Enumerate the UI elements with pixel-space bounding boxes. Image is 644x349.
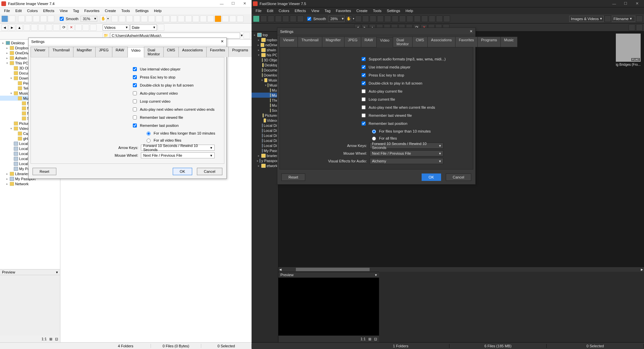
go-tbtn[interactable] (244, 32, 250, 39)
tree-row[interactable]: ▾his PC (252, 52, 278, 57)
t17[interactable] (237, 15, 244, 22)
tab-viewer[interactable]: Viewer (31, 47, 49, 57)
menu-tag[interactable]: Tag (322, 8, 333, 13)
tab-associations[interactable]: Associations (178, 47, 207, 57)
tab-cms[interactable]: CMS (163, 47, 179, 57)
u1[interactable] (355, 15, 362, 22)
copy-tbtn[interactable] (18, 15, 25, 22)
tree-row[interactable]: ▾Music (252, 83, 278, 88)
smooth-checkbox[interactable]: Smooth (58, 16, 78, 22)
arrow-select[interactable]: Forward 10 Seconds / Rewind 10 Seconds▾ (141, 145, 215, 151)
twisty-icon[interactable]: ▸ (5, 172, 9, 176)
tree-row[interactable]: ▸y Passport (H:) (252, 158, 278, 163)
twisty-icon[interactable]: ▸ (257, 154, 260, 157)
tree-row[interactable]: Local Disk (E:) (252, 133, 278, 138)
wheel-select[interactable]: Next File / Previous File▾ (141, 152, 215, 158)
opt-r-longer[interactable]: For files longer than 10 minutes (370, 129, 466, 134)
tree-row[interactable]: Videos (252, 118, 278, 123)
menu-effects[interactable]: Effects (292, 8, 309, 13)
u9[interactable] (414, 15, 421, 22)
t10[interactable] (178, 15, 184, 22)
u13[interactable] (443, 15, 450, 22)
opt-dbl[interactable]: Double-click to play in full screen (131, 82, 217, 88)
opt-internal[interactable]: Use internal video player (131, 66, 217, 72)
twisty-icon[interactable]: ▸ (5, 177, 9, 181)
tree-row[interactable]: ▾Music (252, 78, 278, 83)
preview-opt2-icon[interactable]: ⊡ (374, 337, 377, 341)
u3[interactable] (370, 15, 376, 22)
scroll-right-icon[interactable]: ► (640, 267, 644, 271)
maximize-button[interactable]: ☐ (227, 0, 239, 7)
tab-dual-monitor[interactable]: Dual Monitor (144, 47, 164, 57)
preview-opt2-icon[interactable]: ⊡ (55, 337, 58, 341)
u8[interactable] (407, 15, 413, 22)
tab-programs[interactable]: Programs (228, 47, 252, 57)
ok-button[interactable]: OK (422, 173, 441, 181)
u4[interactable] (377, 15, 384, 22)
opt-esc[interactable]: Press Esc key to stop (360, 72, 466, 78)
filter-select[interactable]: Videos ▾ (103, 24, 129, 31)
menu-view[interactable]: View (309, 8, 322, 13)
twisty-icon[interactable]: ▸ (257, 164, 260, 167)
twisty-icon[interactable]: ▾ (257, 53, 260, 57)
cancel-button[interactable]: Cancel (446, 173, 471, 181)
refresh-tbtn[interactable]: ⟳ (60, 24, 67, 31)
opt-loop[interactable]: Loop current video (131, 98, 217, 104)
menu-favorites[interactable]: Favorites (333, 8, 354, 13)
tree-row[interactable]: Music - F (252, 93, 278, 98)
folder-tree[interactable]: ▸top▸ropbox▸neDrive▸shwin▾his PC3D Objec… (252, 32, 278, 342)
nb8[interactable] (90, 24, 97, 31)
opt-esc[interactable]: Press Esc key to stop (131, 74, 217, 80)
skin-tbtn[interactable] (260, 15, 267, 22)
t16[interactable] (229, 15, 236, 22)
tab-video[interactable]: Video (376, 37, 393, 47)
t13[interactable] (200, 15, 207, 22)
nb7[interactable] (83, 24, 89, 31)
close-window-button[interactable]: ✕ (631, 0, 643, 7)
tree-row[interactable]: The N (252, 98, 278, 103)
scroll-thumb[interactable] (296, 268, 370, 271)
tree-row[interactable]: My Passport ( (252, 148, 278, 153)
up-tbtn[interactable]: ▲ (16, 24, 23, 31)
t1[interactable] (111, 15, 118, 22)
opt-rem-viewed[interactable]: Remember last viewed file (131, 114, 217, 120)
menu-tools[interactable]: Tools (119, 8, 133, 13)
tab-thumbnail[interactable]: Thumbnail (49, 47, 73, 57)
preview-opt-icon[interactable]: ⊞ (368, 337, 371, 341)
twisty-icon[interactable]: ▸ (257, 38, 260, 42)
t7[interactable] (156, 15, 162, 22)
menu-create[interactable]: Create (354, 8, 370, 13)
tab-video[interactable]: Video (127, 47, 144, 57)
tab-favorites[interactable]: Favorites (206, 47, 229, 57)
nb1[interactable] (23, 24, 30, 31)
menu-tools[interactable]: Tools (370, 8, 384, 13)
t4[interactable] (133, 15, 140, 22)
twisty-icon[interactable]: ▾ (9, 77, 13, 80)
tab-jpeg[interactable]: JPEG (344, 37, 361, 47)
twisty-icon[interactable]: ▸ (5, 51, 9, 55)
twisty-icon[interactable]: ▸ (5, 56, 9, 60)
zoom-control[interactable]: 31% ▾ (80, 16, 97, 22)
view-tbtn[interactable] (215, 15, 221, 22)
sort-select[interactable]: Date ▾ (130, 24, 157, 31)
u5[interactable] (384, 15, 391, 22)
cut-tbtn[interactable] (40, 15, 47, 22)
tree-row[interactable]: Local Disk (C:) (252, 123, 278, 128)
tab-dual-monitor[interactable]: Dual Monitor (393, 37, 413, 47)
nav-opt-tbtn[interactable] (629, 24, 635, 31)
tab-associations[interactable]: Associations (427, 37, 455, 47)
twisty-icon[interactable]: ▾ (265, 84, 267, 87)
nb6[interactable] (75, 24, 82, 31)
tree-row[interactable]: Pictures (252, 113, 278, 118)
twisty-icon[interactable]: ▸ (5, 182, 9, 186)
menu-edit[interactable]: Edit (13, 8, 24, 13)
tab-programs[interactable]: Programs (477, 37, 501, 47)
hand-dd-icon[interactable]: ▾ (353, 17, 354, 20)
tree-row[interactable]: Music - V (252, 103, 278, 108)
zoom-down-icon[interactable]: ▾ (92, 16, 97, 21)
menu-colors[interactable]: Colors (24, 8, 41, 13)
smooth-check-input[interactable] (60, 17, 64, 21)
t11[interactable] (185, 15, 192, 22)
skin-tbtn[interactable] (9, 15, 15, 22)
tab-magnifier[interactable]: Magnifier (73, 47, 96, 57)
